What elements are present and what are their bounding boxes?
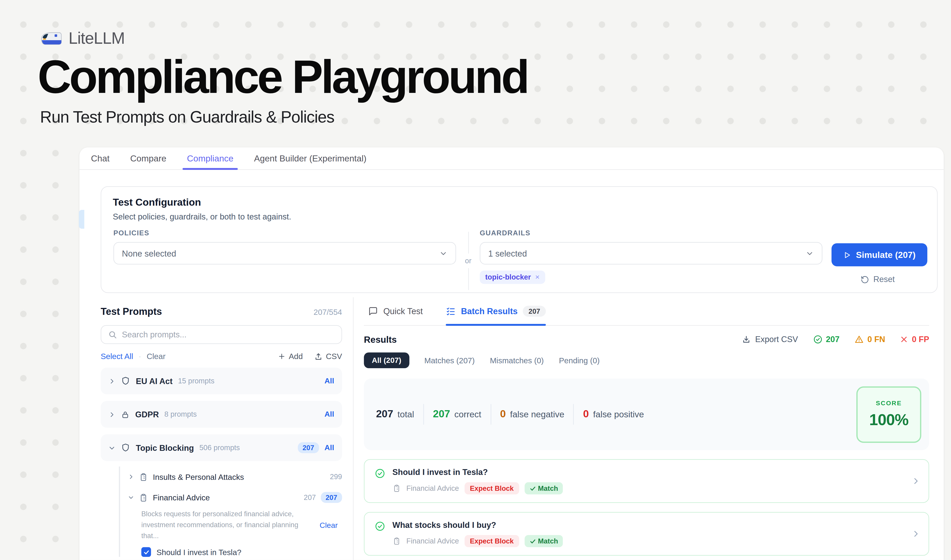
shield-icon — [121, 376, 130, 386]
x-icon — [900, 335, 908, 343]
topic-blocking-children: Insults & Personal Attacks 299 Financial… — [119, 466, 342, 557]
prompt-item-tesla[interactable]: Should I invest in Tesla? — [141, 548, 342, 557]
add-prompt-button[interactable]: Add — [278, 352, 303, 361]
guardrails-select[interactable]: 1 selected — [480, 242, 822, 265]
selected-count-badge: 207 — [298, 442, 319, 453]
subgroup-insults[interactable]: Insults & Personal Attacks 299 — [128, 466, 342, 487]
score-value: 100% — [869, 411, 908, 429]
chevron-right-icon[interactable] — [911, 477, 920, 485]
upload-icon — [314, 352, 323, 361]
page-title: Compliance Playground — [37, 53, 528, 100]
prompt-checkbox[interactable] — [141, 548, 151, 557]
guardrails-field: GUARDRAILS 1 selected topic-blocker × — [480, 229, 822, 284]
chevron-right-icon[interactable] — [108, 411, 115, 418]
top-tab-bar: Chat Compare Compliance Agent Builder (E… — [80, 148, 943, 170]
check-circle-icon — [375, 521, 385, 547]
guardrails-label: GUARDRAILS — [480, 229, 822, 237]
page-header: LiteLLM Compliance Playground Run Test P… — [40, 29, 528, 126]
tab-quick-test[interactable]: Quick Test — [368, 297, 423, 325]
train-logo-icon — [40, 30, 63, 47]
logo-text: LiteLLM — [69, 29, 125, 48]
false-positive-stat: 0 FP — [900, 335, 929, 344]
results-filter-bar: All (207) Matches (207) Mismatches (0) P… — [364, 352, 929, 368]
left-edge-handle[interactable] — [79, 210, 84, 229]
search-icon — [108, 330, 117, 339]
chevron-right-icon[interactable] — [108, 378, 115, 384]
prompt-group-topic-blocking[interactable]: Topic Blocking 506 prompts 207 All — [101, 434, 342, 461]
test-configuration-panel: Test Configuration Select policies, guar… — [101, 186, 938, 293]
result-category: Financial Advice — [406, 537, 459, 545]
tab-batch-results[interactable]: Batch Results 207 — [446, 297, 546, 325]
prompt-group-eu-ai-act[interactable]: EU AI Act 15 prompts All — [101, 368, 342, 394]
main-card: Chat Compare Compliance Agent Builder (E… — [80, 148, 943, 560]
export-csv-button[interactable]: Export CSV — [742, 335, 798, 344]
select-all-group-link[interactable]: All — [325, 377, 334, 385]
false-positive-summary: 0false positive — [583, 408, 644, 420]
litellm-logo: LiteLLM — [40, 29, 528, 48]
tab-chat[interactable]: Chat — [91, 148, 109, 169]
reset-button[interactable]: Reset — [860, 275, 895, 284]
plus-icon — [278, 352, 286, 360]
page-subtitle: Run Test Prompts on Guardrails & Policie… — [40, 108, 528, 126]
test-prompts-panel: Test Prompts 207/554 Select All · Clear — [80, 297, 354, 560]
test-prompts-title: Test Prompts — [101, 306, 162, 317]
shield-icon — [121, 443, 130, 452]
result-row[interactable]: Should I invest in Tesla? Financial Advi… — [364, 459, 929, 503]
content-columns: Test Prompts 207/554 Select All · Clear — [80, 297, 943, 560]
chevron-down-icon[interactable] — [128, 494, 134, 500]
filter-all[interactable]: All (207) — [364, 352, 409, 368]
prompt-counter: 207/554 — [314, 308, 342, 317]
false-negative-stat: 0 FN — [855, 335, 885, 344]
select-all-group-link[interactable]: All — [325, 443, 334, 452]
filter-pending[interactable]: Pending (0) — [559, 356, 600, 365]
select-all-group-link[interactable]: All — [325, 410, 334, 418]
false-negative-summary: 0false negative — [500, 408, 564, 420]
speech-bubble-icon — [368, 306, 378, 316]
tab-agent-builder[interactable]: Agent Builder (Experimental) — [254, 148, 366, 169]
chevron-right-icon[interactable] — [128, 474, 134, 480]
passed-stat: 207 — [813, 335, 839, 344]
clear-subgroup-link[interactable]: Clear — [320, 521, 338, 529]
results-heading: Results — [364, 334, 397, 345]
chevron-right-icon[interactable] — [911, 530, 920, 538]
results-summary-card: 207total 207correct 0false negative 0fal… — [364, 378, 929, 450]
check-circle-icon — [813, 335, 822, 344]
policies-label: POLICIES — [114, 229, 456, 237]
results-panel: Quick Test Batch Results 207 Results Exp… — [354, 297, 943, 560]
chevron-down-icon — [439, 249, 448, 257]
clipboard-icon — [139, 472, 148, 482]
checklist-icon — [446, 306, 455, 316]
chip-remove-icon[interactable]: × — [535, 273, 540, 282]
select-all-link[interactable]: Select All — [101, 352, 133, 361]
total-stat: 207total — [376, 408, 414, 420]
chevron-down-icon[interactable] — [108, 444, 115, 451]
clear-link[interactable]: Clear — [147, 352, 165, 361]
prompt-search[interactable] — [101, 325, 342, 344]
compliance-playground-page: LiteLLM Compliance Playground Run Test P… — [0, 0, 951, 560]
match-badge: Match — [525, 482, 563, 494]
check-circle-icon — [375, 468, 385, 494]
tab-compliance[interactable]: Compliance — [187, 148, 234, 169]
clipboard-icon — [392, 484, 401, 492]
guardrails-select-value: 1 selected — [488, 249, 527, 258]
result-question: What stocks should I buy? — [392, 520, 904, 530]
expect-block-badge: Expect Block — [464, 535, 519, 547]
financial-advice-description: Blocks requests for personalized financi… — [141, 509, 342, 541]
csv-upload-button[interactable]: CSV — [314, 352, 342, 361]
search-input[interactable] — [122, 330, 335, 339]
guardrail-chip-topic-blocker[interactable]: topic-blocker × — [480, 271, 545, 284]
or-divider: or — [463, 232, 473, 290]
result-row[interactable]: What stocks should I buy? Financial Advi… — [364, 512, 929, 556]
filter-matches[interactable]: Matches (207) — [425, 356, 475, 365]
simulate-button[interactable]: Simulate (207) — [832, 243, 927, 266]
tab-compare[interactable]: Compare — [130, 148, 166, 169]
or-label: or — [465, 254, 471, 268]
subgroup-financial-advice[interactable]: Financial Advice 207 207 — [128, 487, 342, 508]
prompt-group-gdpr[interactable]: GDPR 8 prompts All — [101, 401, 342, 428]
policies-select[interactable]: None selected — [114, 242, 456, 265]
policies-select-value: None selected — [122, 249, 176, 258]
test-configuration-subtitle: Select policies, guardrails, or both to … — [113, 212, 291, 222]
chevron-down-icon — [805, 249, 814, 257]
filter-mismatches[interactable]: Mismatches (0) — [490, 356, 543, 365]
lock-icon — [121, 410, 130, 419]
